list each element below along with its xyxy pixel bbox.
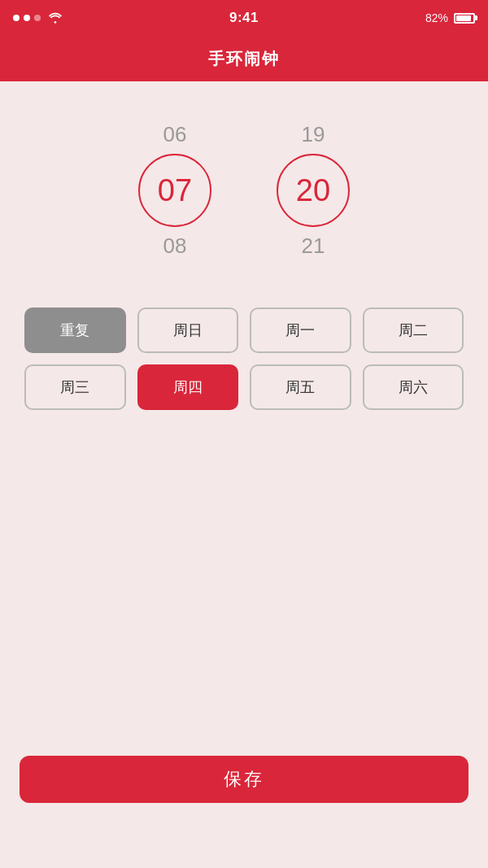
wifi-icon bbox=[48, 12, 63, 24]
hours-circle[interactable]: 07 bbox=[138, 154, 211, 227]
day-button-2[interactable]: 周一 bbox=[250, 308, 351, 353]
minutes-above: 19 bbox=[302, 122, 325, 147]
battery-percent: 82% bbox=[425, 11, 448, 24]
day-buttons-grid: 重复周日周一周二周三周四周五周六 bbox=[0, 291, 488, 426]
minutes-picker[interactable]: 19 20 21 bbox=[277, 122, 350, 259]
status-bar: 9:41 82% bbox=[0, 0, 488, 36]
day-button-7[interactable]: 周六 bbox=[363, 364, 464, 410]
minutes-circle[interactable]: 20 bbox=[277, 154, 350, 227]
minutes-below: 21 bbox=[302, 233, 325, 259]
hours-picker[interactable]: 06 07 08 bbox=[138, 122, 211, 259]
minutes-current: 20 bbox=[296, 173, 330, 208]
signal-dot-3 bbox=[34, 15, 41, 21]
title-bar: 手环闹钟 bbox=[0, 36, 488, 81]
time-picker[interactable]: 06 07 08 19 20 21 bbox=[0, 114, 488, 291]
save-button[interactable]: 保存 bbox=[20, 756, 468, 803]
status-time: 9:41 bbox=[229, 10, 259, 26]
battery-area: 82% bbox=[425, 11, 475, 24]
signal-dot-1 bbox=[13, 15, 20, 21]
save-button-container: 保存 bbox=[20, 756, 468, 803]
battery-fill bbox=[456, 15, 471, 21]
signal-area bbox=[13, 12, 63, 24]
day-button-5[interactable]: 周四 bbox=[137, 364, 239, 410]
day-button-6[interactable]: 周五 bbox=[250, 364, 351, 410]
hours-above: 06 bbox=[163, 122, 187, 147]
day-button-3[interactable]: 周二 bbox=[363, 308, 464, 353]
day-button-1[interactable]: 周日 bbox=[137, 308, 239, 353]
day-button-0[interactable]: 重复 bbox=[24, 308, 126, 353]
signal-dot-2 bbox=[24, 15, 30, 21]
hours-below: 08 bbox=[163, 233, 187, 259]
page-title: 手环闹钟 bbox=[208, 48, 280, 70]
main-content: 06 07 08 19 20 21 重复周日周一周二周三周四周五周六 bbox=[0, 81, 488, 426]
day-button-4[interactable]: 周三 bbox=[24, 364, 126, 410]
battery-icon bbox=[454, 13, 475, 24]
hours-current: 07 bbox=[158, 173, 192, 208]
